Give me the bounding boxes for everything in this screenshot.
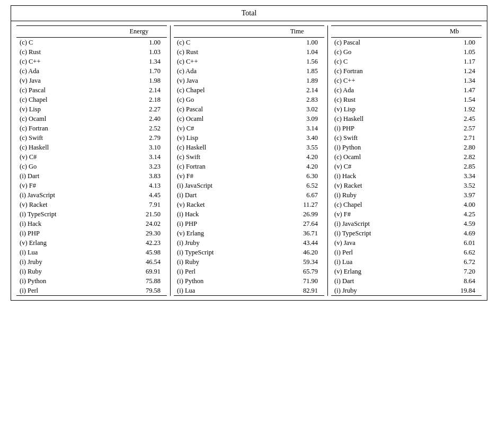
value-cell: 3.23	[111, 162, 167, 171]
table-row: (c) Ada1.85	[174, 66, 324, 76]
lang-cell: (c) Fortran	[16, 124, 111, 133]
value-cell: 6.67	[270, 190, 324, 200]
lang-cell: (i) Python	[174, 276, 270, 286]
lang-cell: (c) Swift	[174, 152, 270, 162]
lang-cell: (i) Ruby	[174, 257, 270, 267]
value-cell: 3.14	[111, 152, 167, 162]
table-row: (c) Haskell3.55	[174, 143, 324, 152]
lang-cell: (i) JavaScript	[16, 190, 111, 200]
lang-cell: (c) Chapel	[331, 200, 427, 209]
table-row: (i) Python71.90	[174, 276, 324, 286]
lang-cell: (v) Java	[174, 76, 270, 85]
table-row: (c) Pascal1.00	[331, 38, 482, 48]
lang-cell: (c) Haskell	[16, 143, 111, 152]
table-row: (c) Ada1.70	[16, 66, 167, 76]
value-cell: 26.99	[270, 209, 324, 219]
mb-table-wrapper: Mb (c) Pascal1.00(c) Go1.05(c) C1.17(c) …	[327, 25, 485, 296]
table-row: (c) Go3.23	[16, 162, 167, 171]
value-cell: 2.79	[111, 133, 167, 143]
lang-cell: (v) Java	[331, 238, 427, 248]
lang-cell: (c) Fortran	[331, 66, 427, 76]
table-row: (c) Ocaml2.82	[331, 152, 482, 162]
table-row: (c) Ocaml2.40	[16, 114, 167, 124]
value-cell: 1.34	[427, 76, 482, 85]
value-cell: 3.14	[270, 124, 324, 133]
table-row: (c) Fortran1.24	[331, 66, 482, 76]
lang-cell: (c) Chapel	[174, 85, 270, 95]
lang-cell: (v) C#	[331, 162, 427, 171]
table-row: (c) Ocaml3.09	[174, 114, 324, 124]
table-row: (i) Jruby46.54	[16, 257, 167, 267]
lang-cell: (v) Erlang	[16, 238, 111, 248]
time-table: Time (c) C1.00(c) Rust1.04(c) C++1.56(c)…	[174, 25, 324, 296]
table-row: (c) Chapel4.00	[331, 200, 482, 209]
value-cell: 21.50	[111, 209, 167, 219]
lang-cell: (c) Rust	[174, 47, 270, 57]
value-cell: 3.83	[111, 171, 167, 181]
value-cell: 1.92	[427, 104, 482, 114]
value-cell: 4.69	[427, 229, 482, 238]
value-cell: 4.45	[111, 190, 167, 200]
table-row: (c) Haskell2.45	[331, 114, 482, 124]
value-cell: 2.57	[427, 124, 482, 133]
value-cell: 1.85	[270, 66, 324, 76]
table-row: (c) C1.00	[174, 38, 324, 48]
lang-cell: (c) Ada	[331, 85, 427, 95]
table-row: (v) Java1.98	[16, 76, 167, 85]
table-row: (i) JavaScript4.59	[331, 219, 482, 229]
outer-container: Total Energy (c) C1.00(c) Rust1.03(c) C+…	[11, 5, 487, 301]
lang-cell: (c) Rust	[16, 47, 111, 57]
lang-cell: (i) Dart	[16, 171, 111, 181]
value-cell: 4.25	[427, 209, 482, 219]
table-row: (c) Go2.83	[174, 95, 324, 104]
value-cell: 4.20	[270, 162, 324, 171]
table-row: (c) Ada1.47	[331, 85, 482, 95]
lang-cell: (i) Python	[331, 143, 427, 152]
table-row: (c) Swift2.71	[331, 133, 482, 143]
value-cell: 4.20	[270, 152, 324, 162]
table-row: (i) PHP2.57	[331, 124, 482, 133]
lang-cell: (c) Swift	[16, 133, 111, 143]
lang-cell: (i) Dart	[174, 190, 270, 200]
mb-col-header: Mb	[427, 26, 482, 38]
table-row: (c) Rust1.03	[16, 47, 167, 57]
lang-cell: (i) Jruby	[331, 286, 427, 296]
lang-cell: (c) Pascal	[174, 104, 270, 114]
value-cell: 3.52	[427, 181, 482, 190]
lang-cell: (i) Perl	[174, 267, 270, 276]
table-row: (v) Erlang42.23	[16, 238, 167, 248]
value-cell: 2.14	[270, 85, 324, 95]
lang-cell: (c) Fortran	[174, 162, 270, 171]
value-cell: 75.88	[111, 276, 167, 286]
value-cell: 6.30	[270, 171, 324, 181]
table-row: (i) Dart6.67	[174, 190, 324, 200]
table-row: (i) TypeScript21.50	[16, 209, 167, 219]
table-row: (i) Ruby3.97	[331, 190, 482, 200]
table-row: (c) Rust1.54	[331, 95, 482, 104]
lang-cell: (i) Hack	[174, 209, 270, 219]
value-cell: 1.70	[111, 66, 167, 76]
value-cell: 2.18	[111, 95, 167, 104]
table-row: (i) Jruby43.44	[174, 238, 324, 248]
lang-cell: (i) Perl	[16, 286, 111, 296]
lang-cell: (v) C#	[16, 152, 111, 162]
value-cell: 46.54	[111, 257, 167, 267]
table-row: (v) C#3.14	[174, 124, 324, 133]
lang-cell: (c) C	[331, 57, 427, 66]
value-cell: 2.40	[111, 114, 167, 124]
lang-cell: (i) Ruby	[16, 267, 111, 276]
value-cell: 3.02	[270, 104, 324, 114]
value-cell: 29.30	[111, 229, 167, 238]
table-row: (i) Perl6.62	[331, 248, 482, 257]
value-cell: 79.58	[111, 286, 167, 296]
value-cell: 1.34	[111, 57, 167, 66]
table-row: (v) Racket7.91	[16, 200, 167, 209]
table-row: (i) Ruby69.91	[16, 267, 167, 276]
lang-cell: (i) Perl	[331, 248, 427, 257]
lang-cell: (i) JavaScript	[331, 219, 427, 229]
table-row: (v) Racket11.27	[174, 200, 324, 209]
table-row: (i) Lua45.98	[16, 248, 167, 257]
lang-cell: (i) JavaScript	[174, 181, 270, 190]
table-row: (i) Perl79.58	[16, 286, 167, 296]
value-cell: 1.03	[111, 47, 167, 57]
